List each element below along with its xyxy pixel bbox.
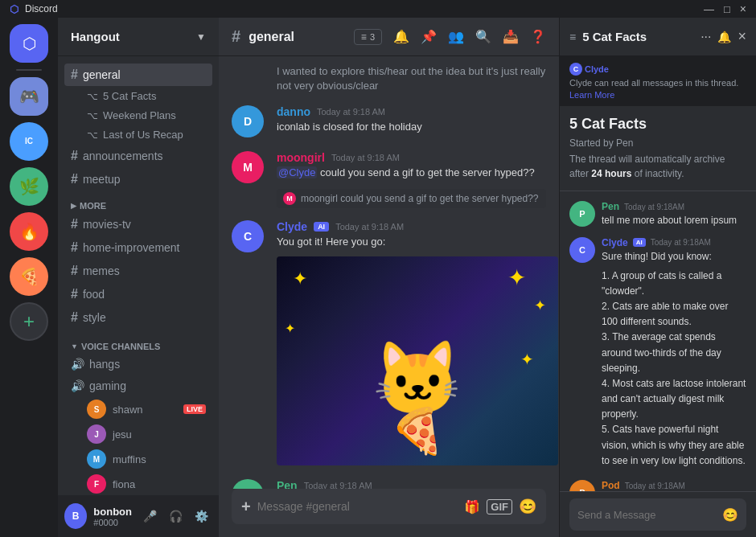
message-time: Today at 9:18 AM: [317, 107, 385, 117]
speaker-icon: 🔊: [71, 358, 84, 371]
channel-item-announcements[interactable]: # announcements: [64, 145, 212, 167]
message-author: Clyde: [277, 220, 307, 233]
avatar: C: [232, 220, 264, 252]
thread-message: C Clyde AI Today at 9:18AM Sure thing! D…: [560, 234, 756, 267]
server-icon-home[interactable]: ⬡: [10, 24, 48, 63]
channel-item-5catfacts[interactable]: ⌥ 5 Cat Facts: [64, 87, 212, 105]
maximize-button[interactable]: □: [724, 3, 730, 15]
server-icon-4[interactable]: 🔥: [10, 212, 48, 251]
channel-item-weekendplans[interactable]: ⌥ Weekend Plans: [64, 106, 212, 125]
hash-icon: #: [71, 172, 78, 187]
message: I wanted to explore this/hear out the id…: [219, 63, 559, 95]
search-icon[interactable]: 🔍: [475, 29, 491, 44]
thread-msg-author: Clyde: [602, 237, 628, 248]
channel-name: movies-tv: [83, 218, 206, 231]
thread-messages: P Pen Today at 9:18AM tell me more about…: [560, 191, 756, 491]
add-server-button[interactable]: +: [10, 302, 48, 341]
user-info: bonbon #0000: [93, 506, 132, 527]
emoji-icon[interactable]: 😊: [519, 498, 536, 515]
message-time: Today at 9:18 AM: [335, 222, 404, 232]
server-divider: [16, 69, 42, 71]
thread-name: 5 Cat Facts: [103, 90, 156, 102]
username: bonbon: [93, 506, 132, 518]
voice-user-shawn[interactable]: S shawn LIVE: [64, 397, 212, 421]
more-section-header[interactable]: ▶ MORE: [58, 191, 219, 212]
voice-user-fiona[interactable]: F fiona: [64, 472, 212, 495]
learn-more-link[interactable]: Learn More: [569, 90, 614, 100]
thread-message-continuation: 1. A group of cats is called a "clowder"…: [560, 267, 756, 470]
close-icon[interactable]: ×: [738, 28, 746, 45]
channel-name: memes: [83, 264, 206, 277]
hash-icon: #: [71, 149, 78, 163]
message: C Clyde AI Today at 9:18 AM You got it! …: [219, 217, 559, 468]
channel-item-meetup[interactable]: # meetup: [64, 168, 212, 191]
archive-rest-text: of inactivity.: [635, 168, 684, 179]
close-button[interactable]: ×: [740, 2, 746, 15]
ellipsis-icon[interactable]: ···: [701, 30, 711, 44]
voice-user-muffins[interactable]: M muffins: [64, 447, 212, 471]
more-label: MORE: [80, 201, 106, 211]
hash-icon: #: [71, 240, 78, 255]
channel-item-memes[interactable]: # memes: [64, 260, 212, 282]
server-icon-1[interactable]: 🎮: [10, 77, 48, 116]
minimize-button[interactable]: —: [704, 3, 714, 15]
server-icon-5[interactable]: 🍕: [10, 257, 48, 296]
bell-icon[interactable]: 🔔: [717, 31, 731, 43]
channel-item-movies-tv[interactable]: # movies-tv: [64, 213, 212, 236]
user-tag: #0000: [93, 518, 132, 527]
main-chat: # general ≡ 3 🔔 📌 👥 🔍 📥 ❓ I wanted to ex…: [219, 18, 559, 537]
help-icon[interactable]: ❓: [530, 29, 546, 44]
voice-channel-hangs[interactable]: 🔊 hangs: [64, 354, 212, 375]
channel-item-home-improvement[interactable]: # home-improvement: [64, 236, 212, 259]
thread-panel-title: 5 Cat Facts: [582, 30, 694, 43]
message-content: I wanted to explore this/hear out the id…: [277, 64, 546, 93]
inbox-icon[interactable]: 📥: [503, 29, 519, 44]
voice-user-jesu[interactable]: J jesu: [64, 422, 212, 446]
server-icon-3[interactable]: 🌿: [10, 167, 48, 206]
chevron-right-icon: ▶: [71, 202, 76, 210]
server-header[interactable]: Hangout ▼: [58, 18, 219, 56]
plus-icon[interactable]: +: [241, 498, 251, 516]
channel-item-general[interactable]: # general: [64, 64, 212, 86]
thread-input-container: 😊: [569, 498, 746, 531]
message-time: Today at 9:18 AM: [304, 481, 372, 489]
channel-item-food[interactable]: # food: [64, 283, 212, 305]
message-content: danno Today at 9:18 AM iconlab is closed…: [277, 105, 546, 137]
hash-icon: #: [71, 264, 78, 278]
channel-sidebar: Hangout ▼ # general ⌥ 5 Cat Facts ⌥ Week…: [58, 18, 219, 537]
gif-icon[interactable]: GIF: [487, 499, 512, 514]
header-actions: ≡ 3 🔔 📌 👥 🔍 📥 ❓: [354, 29, 546, 45]
pin-icon[interactable]: 📌: [421, 29, 437, 44]
bell-icon[interactable]: 🔔: [393, 29, 409, 44]
avatar: C: [569, 237, 595, 263]
channel-item-lastofus[interactable]: ⌥ Last of Us Recap: [64, 125, 212, 144]
thread-name: Last of Us Recap: [103, 129, 183, 141]
avatar: S: [87, 400, 106, 419]
members-icon[interactable]: 👥: [448, 29, 464, 44]
gift-icon[interactable]: 🎁: [464, 499, 480, 514]
voice-channel-name: gaming: [89, 379, 206, 392]
thread-count-badge[interactable]: ≡ 3: [354, 29, 382, 45]
message: M moongirl Today at 9:18 AM @Clyde could…: [219, 148, 559, 187]
chat-input-field[interactable]: [257, 500, 458, 513]
settings-icon[interactable]: ⚙️: [190, 505, 212, 527]
thread-panel-header: ≡ 5 Cat Facts ··· 🔔 ×: [560, 18, 756, 56]
thread-msg-text: 1. A group of cats is called a "clowder"…: [602, 268, 746, 469]
microphone-icon[interactable]: 🎤: [138, 505, 161, 527]
thread-icon: ≡: [361, 31, 367, 43]
thread-msg-author: Pen: [602, 201, 619, 212]
voice-section-header[interactable]: ▼ VOICE CHANNELS: [58, 332, 219, 353]
channel-item-style[interactable]: # style: [64, 306, 212, 329]
thread-count: 3: [370, 32, 375, 42]
speaker-icon: 🔊: [71, 379, 84, 392]
thread-input-field[interactable]: [577, 509, 717, 521]
server-name: Hangout: [71, 30, 196, 43]
server-icon-2[interactable]: IC: [10, 122, 48, 161]
headphone-icon[interactable]: 🎧: [164, 505, 187, 527]
message-author: moongirl: [277, 151, 325, 164]
avatar[interactable]: B: [64, 503, 87, 529]
channel-name: home-improvement: [83, 241, 206, 254]
emoji-icon[interactable]: 😊: [722, 507, 738, 523]
thread-panel: ≡ 5 Cat Facts ··· 🔔 × C Clyde Clyde can …: [559, 18, 756, 537]
voice-channel-gaming[interactable]: 🔊 gaming: [64, 375, 212, 396]
